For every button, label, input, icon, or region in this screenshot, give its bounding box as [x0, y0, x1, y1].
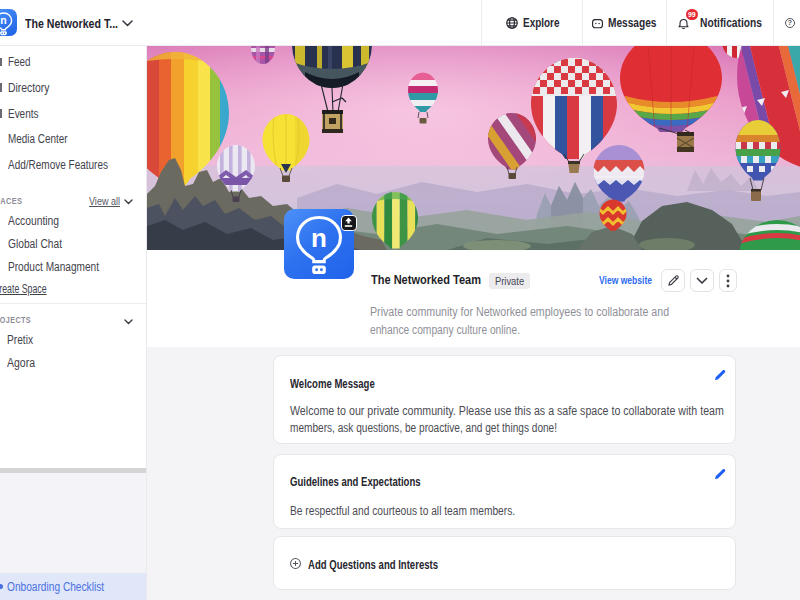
svg-text:n: n	[0, 14, 6, 26]
svg-text:n: n	[311, 223, 327, 253]
